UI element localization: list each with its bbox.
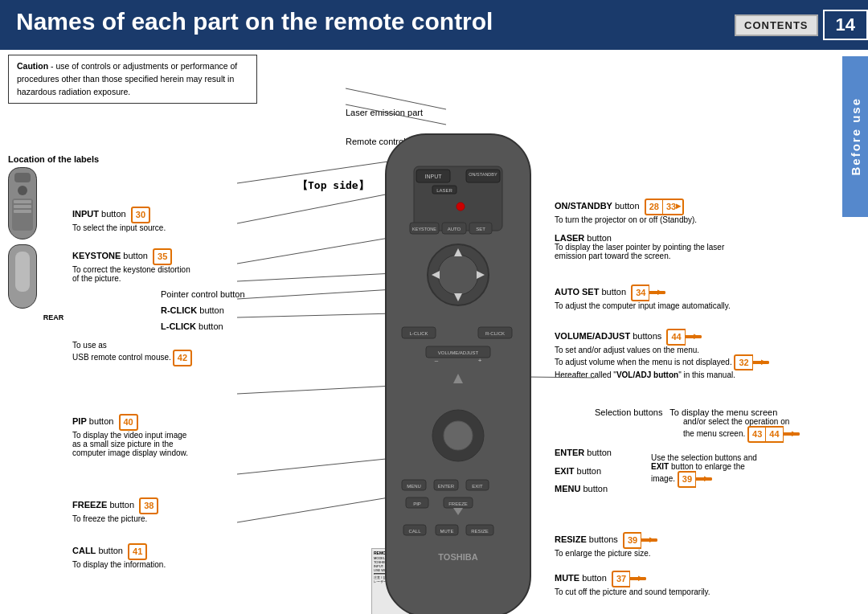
keystone-btn-desc: To correct the keystone distortion [72,265,190,274]
contents-button[interactable]: CONTENTS [735,14,818,36]
svg-text:ENTER: ENTER [438,484,455,489]
svg-text:VOLUME/ADJUST: VOLUME/ADJUST [438,350,479,355]
rear-label: REAR [8,313,99,321]
call-btn-num: 41 [128,543,147,560]
svg-text:PIP: PIP [413,501,421,506]
svg-text:TOSHIBA: TOSHIBA [438,552,477,562]
svg-point-56 [444,421,473,450]
header: Names of each part on the remote control… [0,0,868,50]
page-number: 14 [823,10,868,40]
freeze-button-label: FREEZE button 38 To freeze the picture. [72,497,158,523]
svg-text:AUTO: AUTO [448,227,461,231]
pointer-control-label: Pointer control button [161,289,245,299]
remote-control-image: INPUT ON/STANDBY LASER KEYSTONE AUTO SET [370,126,547,614]
resize-buttons-label: RESIZE buttons 39 To enlarge the picture… [555,532,657,558]
laser-button-label: LASER button To display the laser pointe… [555,233,724,260]
on-standby-label: ON/STANDBY button 2833 To turn the proje… [555,199,697,224]
svg-point-37 [438,255,478,295]
remote-svg: INPUT ON/STANDBY LASER KEYSTONE AUTO SET [370,126,547,614]
svg-text:INPUT: INPUT [425,174,443,179]
pip-button-label: PIP button 40 To display the video input… [72,414,188,457]
svg-text:MUTE: MUTE [440,529,454,534]
pip-btn-num: 40 [119,414,138,431]
small-remote-rear [8,244,37,309]
laser-emission-label: Laser emission part [346,108,475,117]
usb-desc: To use as USB remote control mouse.42 [72,341,192,366]
svg-text:ON/STANDBY: ON/STANDBY [469,172,497,177]
input-btn-name: INPUT [72,209,99,219]
page-title: Names of each part on the remote control [0,0,735,50]
freeze-btn-num: 38 [139,497,158,514]
resize-num: 39 [623,532,657,549]
keystone-btn-num: 35 [153,248,172,265]
header-right: CONTENTS 14 [735,0,868,50]
exit-num: 39 [678,471,712,488]
svg-text:LASER: LASER [436,188,452,193]
caution-box: Caution - use of controls or adjustments… [8,55,257,104]
svg-text:L-CLICK: L-CLICK [409,331,428,336]
mute-num: 37 [612,571,646,587]
selection-buttons-label: Selection buttons To display the menu sc… [595,407,800,443]
volume-adjust-label: VOLUME/ADJUST buttons 44 To set and/or a… [555,329,769,379]
auto-set-label: AUTO SET button 34 To adjust the compute… [555,284,731,310]
svg-text:SET: SET [476,227,485,231]
keystone-btn-desc2: of the picture. [72,274,190,283]
exit-desc: Use the selection buttons and EXIT butto… [651,453,757,488]
top-side-label: 【Top side】 [297,178,369,193]
svg-text:R-CLICK: R-CLICK [485,331,505,336]
exit-button-label: EXIT button [555,466,601,476]
mute-button-label: MUTE button 37 To cut off the picture an… [555,571,710,596]
keystone-btn-name: KEYSTONE [72,251,121,260]
svg-text:–: – [435,357,439,364]
svg-text:RESIZE: RESIZE [471,529,489,534]
svg-text:MENU: MENU [407,484,421,489]
input-btn-desc: To select the input source. [72,223,166,232]
usb-num: 42 [173,350,192,366]
call-button-label: CALL button 41 To display the informatio… [72,543,166,569]
vol-num: 44 [666,329,701,346]
svg-text:CALL: CALL [408,529,421,534]
sel-nums: 4344 [747,426,800,443]
page: Names of each part on the remote control… [0,0,868,614]
svg-text:FREEZE: FREEZE [448,501,468,506]
svg-text:EXIT: EXIT [472,484,483,489]
r-click-label: R-CLICK button [161,305,224,315]
location-section: Location of the labels REAR [8,154,99,321]
caution-label: Caution [17,61,48,71]
svg-text:KEYSTONE: KEYSTONE [412,227,436,231]
svg-point-29 [457,203,465,211]
side-tab-label: Before use [849,97,862,176]
caution-text: - use of controls or adjustments or perf… [17,61,237,96]
l-click-label: L-CLICK button [161,321,223,331]
small-remote-front [8,167,37,239]
input-btn-num: 30 [131,207,150,223]
svg-text:+: + [478,357,482,364]
input-button-label: INPUT button 30 To select the input sour… [72,207,166,232]
enter-button-label: ENTER button [555,448,612,457]
location-label-text: Location of the labels [8,154,99,164]
auto-set-num: 34 [631,284,665,301]
vol-num2: 32 [734,354,768,371]
keystone-button-label: KEYSTONE button 35 To correct the keysto… [72,248,190,283]
menu-button-label: MENU button [555,484,608,493]
on-standby-nums: 2833 [645,199,685,215]
